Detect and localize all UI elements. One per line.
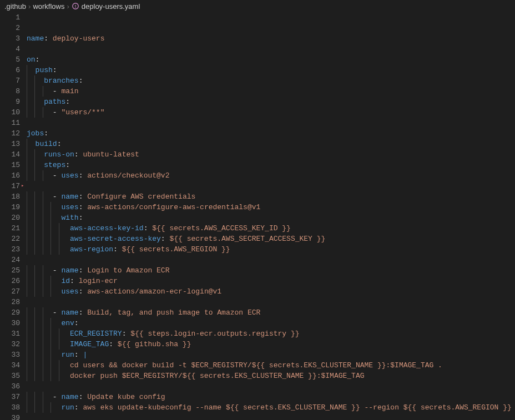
token: deploy-users — [53, 34, 105, 43]
token: - — [53, 193, 62, 201]
code-line[interactable]: aws-secret-access-key: ${{ secrets.AWS_S… — [27, 234, 515, 244]
token: : — [79, 203, 88, 211]
code-line[interactable]: - name: Login to Amazon ECR — [27, 265, 515, 276]
token: main — [61, 87, 78, 95]
token: name — [61, 266, 78, 275]
token: ${{ secrets.AWS_SECRET_ACCESS_KEY }} — [169, 235, 325, 243]
token: : — [79, 214, 83, 222]
line-number: 2 — [0, 23, 20, 33]
code-line[interactable]: - name: Configure AWS credentials — [27, 191, 515, 202]
code-line[interactable]: - uses: actions/checkout@v2 — [27, 170, 515, 181]
code-line[interactable]: ▸ — [27, 181, 515, 191]
code-line[interactable]: build: — [27, 139, 515, 149]
token: Build, tag, and push image to Amazon ECR — [87, 308, 260, 317]
code-line[interactable]: aws-access-key-id: ${{ secrets.AWS_ACCES… — [27, 223, 515, 234]
code-line[interactable]: uses: aws-actions/configure-aws-credenti… — [27, 202, 515, 212]
breadcrumb-segment[interactable]: workflows — [33, 1, 64, 12]
breadcrumb-file[interactable]: deploy-users.yaml — [82, 1, 140, 12]
token: : — [79, 171, 88, 180]
line-number: 9 — [0, 97, 20, 107]
code-line[interactable]: paths: — [27, 97, 515, 107]
code-line[interactable] — [27, 44, 515, 54]
line-number: 8 — [0, 86, 20, 97]
line-number: 13 — [0, 139, 20, 149]
code-line[interactable] — [27, 297, 515, 307]
code-line[interactable]: - name: Build, tag, and push image to Am… — [27, 307, 515, 318]
code-line[interactable]: docker push $ECR_REGISTRY/${{ secrets.EK… — [27, 371, 515, 381]
line-number: 21 — [0, 223, 20, 234]
token: : — [79, 308, 88, 317]
token: ${{ github.sha }} — [118, 340, 191, 348]
token: IMAGE_TAG — [70, 340, 109, 348]
token: branches — [44, 77, 78, 85]
token: : — [57, 140, 62, 148]
token: cd users && docker build -t $ECR_REGISTR… — [70, 361, 442, 370]
code-line[interactable]: - main — [27, 86, 515, 97]
token: aws-region — [70, 245, 113, 254]
line-number: 35 — [0, 371, 20, 381]
chevron-right-icon: › — [28, 1, 31, 12]
code-line[interactable] — [27, 413, 515, 420]
code-line[interactable]: - "users/**" — [27, 107, 515, 118]
token: : — [122, 330, 131, 338]
code-line[interactable]: push: — [27, 65, 515, 75]
code-line[interactable]: on: — [27, 54, 515, 65]
line-number: 10 — [0, 107, 20, 118]
code-line[interactable]: branches: — [27, 75, 515, 86]
token: : — [70, 277, 79, 285]
code-line[interactable]: with: — [27, 212, 515, 223]
line-number: 39 — [0, 413, 20, 420]
code-line[interactable]: - name: Update kube config — [27, 392, 515, 402]
breadcrumb[interactable]: .github › workflows › ! deploy-users.yam… — [0, 0, 515, 12]
code-line[interactable]: run: aws eks update-kubeconfig --name ${… — [27, 402, 515, 413]
code-line[interactable]: name: deploy-users — [27, 33, 515, 44]
line-number: 14 — [0, 149, 20, 160]
token: : — [79, 77, 83, 85]
line-number: 24 — [0, 255, 20, 265]
token: : — [144, 224, 153, 232]
code-line[interactable]: steps: — [27, 160, 515, 170]
code-line[interactable] — [27, 381, 515, 392]
code-line[interactable]: cd users && docker build -t $ECR_REGISTR… — [27, 360, 515, 371]
token: aws-actions/amazon-ecr-login@v1 — [87, 287, 221, 296]
code-line[interactable]: aws-region: ${{ secrets.AWS_REGION }} — [27, 244, 515, 255]
line-number: 32 — [0, 339, 20, 350]
code-line[interactable]: runs-on: ubuntu-latest — [27, 149, 515, 160]
token: : — [65, 98, 70, 106]
token: name — [61, 393, 78, 401]
line-number: 25 — [0, 265, 20, 276]
code-line[interactable]: run: | — [27, 350, 515, 360]
code-line[interactable]: env: — [27, 318, 515, 328]
token: : — [79, 393, 88, 401]
code-line[interactable] — [27, 255, 515, 265]
code-area[interactable]: name: deploy-userson: push: branches: - … — [27, 12, 515, 420]
code-line[interactable]: uses: aws-actions/amazon-ecr-login@v1 — [27, 286, 515, 297]
line-number: 34 — [0, 360, 20, 371]
line-number: 29 — [0, 307, 20, 318]
line-number: 1 — [0, 12, 20, 23]
code-line[interactable] — [27, 118, 515, 128]
code-line[interactable]: IMAGE_TAG: ${{ github.sha }} — [27, 339, 515, 350]
code-editor[interactable]: 1234567891011121314151617181920212223242… — [0, 12, 515, 420]
token: - — [53, 393, 62, 401]
line-number: 38 — [0, 402, 20, 413]
line-number: 18 — [0, 191, 20, 202]
token: login-ecr — [79, 277, 118, 285]
breadcrumb-segment[interactable]: .github — [4, 1, 26, 12]
line-number: 6 — [0, 65, 20, 75]
token: ubuntu-latest — [83, 150, 139, 159]
line-number: 36 — [0, 381, 20, 392]
code-line[interactable]: id: login-ecr — [27, 276, 515, 286]
code-line[interactable]: ECR_REGISTRY: ${{ steps.login-ecr.output… — [27, 328, 515, 339]
token: : — [113, 245, 122, 254]
token: jobs — [27, 129, 44, 138]
line-number: 31 — [0, 328, 20, 339]
code-line[interactable]: jobs: — [27, 128, 515, 139]
line-number: 4 — [0, 44, 20, 54]
token: name — [27, 34, 44, 43]
token: run — [61, 351, 74, 359]
line-number: 11 — [0, 118, 20, 128]
token: uses — [61, 171, 78, 180]
breakpoint-marker-icon[interactable]: ▸ — [21, 181, 24, 191]
token: : — [109, 340, 118, 348]
